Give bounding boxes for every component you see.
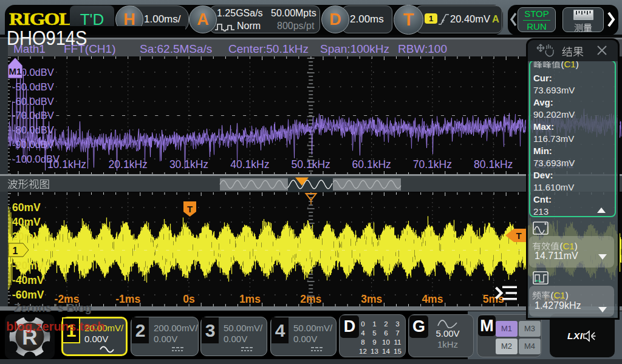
svg-text:-90.0dBV: -90.0dBV [12,139,54,150]
svg-text:-80.0dBV: -80.0dBV [12,124,54,135]
svg-text:2ms: 2ms [300,293,321,305]
svg-text:-20mV: -20mV [12,260,44,272]
svg-text:20.1kHz: 20.1kHz [109,158,148,170]
svg-text:-40mV: -40mV [12,274,44,286]
svg-text:M1: M1 [9,66,22,76]
svg-text:-60.0dBV: -60.0dBV [12,96,54,107]
svg-text:-60mV: -60mV [12,289,44,301]
svg-text:50.1kHz: 50.1kHz [292,158,330,170]
svg-text:1: 1 [13,246,18,256]
svg-text:40mV: 40mV [12,216,41,228]
svg-text:-1ms: -1ms [115,293,140,305]
svg-text:60.1kHz: 60.1kHz [352,158,391,170]
svg-text:T: T [516,231,521,241]
svg-text:0s: 0s [183,293,195,305]
svg-text:80.1kHz: 80.1kHz [474,158,513,170]
svg-text:1ms: 1ms [239,293,261,305]
svg-text:70.1kHz: 70.1kHz [413,158,452,170]
svg-text:4ms: 4ms [422,293,443,305]
svg-text:(C1): (C1) [551,290,569,300]
svg-text:T: T [187,204,193,214]
svg-text:60mV: 60mV [12,201,41,214]
svg-text:-50.0dBV: -50.0dBV [12,81,54,92]
svg-text:3ms: 3ms [361,293,382,305]
svg-text:30.1kHz: 30.1kHz [169,158,208,170]
svg-text:20mV: 20mV [12,231,41,243]
svg-text:-70.0dBV: -70.0dBV [12,110,54,121]
svg-text:(C1): (C1) [560,241,578,251]
svg-text:-100.0dBV: -100.0dBV [12,153,60,164]
svg-text:40.1kHz: 40.1kHz [230,158,269,170]
